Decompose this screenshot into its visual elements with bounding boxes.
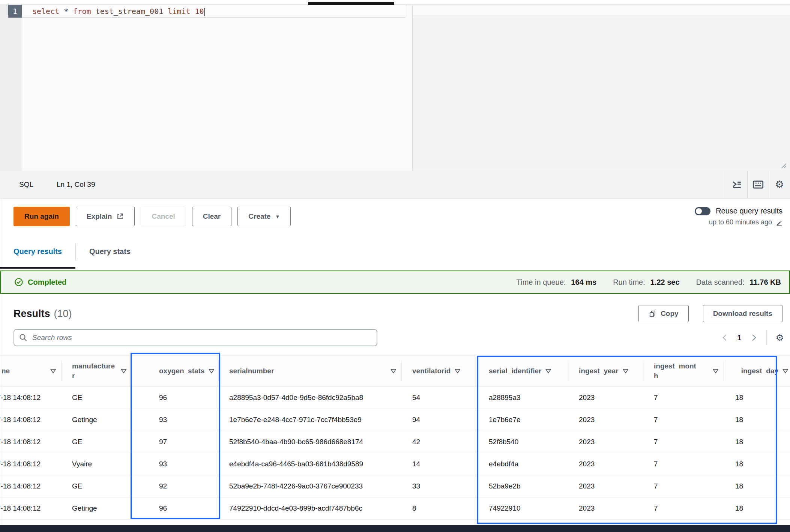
- table-row: 7-18 14:08:12GE9752f8b540-4baa-4b90-bc65…: [0, 431, 790, 453]
- cell-manufacturer: Getinge: [62, 504, 132, 512]
- next-page-icon[interactable]: [751, 334, 757, 342]
- tab-query-results[interactable]: Query results: [0, 234, 75, 269]
- column-header-ventilatorid[interactable]: ventilatorid: [402, 356, 478, 386]
- stat-label: Time in queue:: [517, 278, 566, 287]
- column-header-oxygen_stats[interactable]: oxygen_stats: [132, 356, 219, 386]
- filter-icon[interactable]: [712, 368, 719, 374]
- filter-icon[interactable]: [50, 368, 56, 374]
- column-header-serial_identifier[interactable]: serial_identifier: [478, 356, 568, 386]
- search-rows-input[interactable]: [14, 329, 377, 346]
- filter-icon[interactable]: [120, 368, 127, 374]
- cell-oxygen_stats: 93: [132, 460, 219, 468]
- editor-settings-button[interactable]: ⚙: [769, 171, 790, 198]
- filter-icon[interactable]: [782, 368, 788, 374]
- cell-serialnumber: 74922910-ddcd-4e03-899b-acdf7487bb6c: [219, 504, 402, 512]
- editor-status-bar: SQL Ln 1, Col 39: [0, 171, 790, 198]
- cell-time: 7-18 14:08:12: [0, 394, 62, 402]
- results-table: nemanufactureroxygen_statsserialnumberve…: [0, 355, 790, 520]
- cell-serial_identifier: 52f8b540: [478, 438, 568, 446]
- cell-ingest_year: 2023: [568, 504, 643, 512]
- column-header-manufacturer[interactable]: manufacturer: [62, 356, 132, 386]
- gear-icon: ⚙: [775, 180, 784, 190]
- left-edge-rule: [2, 198, 2, 525]
- explain-button[interactable]: Explain: [76, 207, 135, 226]
- cell-serialnumber: a28895a3-0d57-4d0e-9d5e-86fdc92a5ba8: [219, 394, 402, 402]
- column-label: serialnumber: [229, 367, 274, 375]
- cell-manufacturer: Vyaire: [62, 460, 132, 468]
- previous-page-icon[interactable]: [721, 334, 728, 342]
- sql-number: 10: [195, 7, 204, 16]
- reuse-query-results-toggle[interactable]: [695, 207, 710, 215]
- cancel-button[interactable]: Cancel: [141, 207, 186, 226]
- cell-ingest_day: 18: [724, 394, 790, 402]
- format-icon: [731, 180, 742, 189]
- column-label: ingest_month: [654, 361, 697, 380]
- current-page-number[interactable]: 1: [737, 334, 741, 342]
- filter-icon[interactable]: [454, 368, 461, 374]
- sql-editor[interactable]: 1 select * from test_stream_001 limit 10: [0, 5, 790, 171]
- cell-ventilatorid: 14: [402, 460, 478, 468]
- cell-time: 7-18 14:08:12: [0, 416, 62, 424]
- column-label: serial_identifier: [489, 367, 541, 375]
- editor-resize-handle[interactable]: [779, 162, 787, 168]
- text-cursor: [204, 8, 205, 16]
- filter-icon[interactable]: [545, 368, 551, 374]
- edit-pencil-icon[interactable]: [775, 219, 782, 226]
- column-header-serialnumber[interactable]: serialnumber: [219, 356, 402, 386]
- status-text: Completed: [28, 278, 66, 287]
- cell-ingest_month: 7: [643, 416, 724, 424]
- cell-serial_identifier: 1e7b6e7e: [478, 416, 568, 424]
- cell-serialnumber: 52ba9e2b-748f-4226-9ac0-3767ce900233: [219, 482, 402, 490]
- status-bar-actions: ⚙: [726, 171, 790, 198]
- column-header-ingest_month[interactable]: ingest_month: [643, 356, 724, 386]
- column-label: ingest_year: [579, 367, 619, 375]
- cell-oxygen_stats: 96: [132, 394, 219, 402]
- download-results-button[interactable]: Download results: [703, 305, 782, 322]
- column-label: ne: [2, 367, 10, 375]
- tab-query-stats[interactable]: Query stats: [76, 234, 144, 269]
- chevron-down-icon: ▼: [275, 214, 280, 219]
- table-row: 7-18 14:08:12GE96a28895a3-0d57-4d0e-9d5e…: [0, 387, 790, 409]
- create-button[interactable]: Create ▼: [237, 207, 291, 226]
- cell-ventilatorid: 42: [402, 438, 478, 446]
- column-header-ingest_day[interactable]: ingest_day: [724, 356, 790, 386]
- query-status-banner: Completed Time in queue: 164 ms Run time…: [0, 271, 790, 294]
- keyboard-icon: [752, 180, 764, 189]
- toggle-knob: [696, 208, 702, 214]
- keyboard-shortcuts-button[interactable]: [748, 171, 769, 198]
- stat-value: 1.22 sec: [650, 278, 680, 287]
- pagination: 1 ⚙: [721, 330, 784, 346]
- table-row: 7-18 14:08:12Getinge931e7b6e7e-e248-4cc7…: [0, 409, 790, 431]
- run-again-label: Run again: [24, 212, 59, 221]
- filter-icon[interactable]: [390, 368, 397, 374]
- cell-oxygen_stats: 96: [132, 504, 219, 512]
- column-label: oxygen_stats: [159, 367, 204, 375]
- cell-manufacturer: GE: [62, 438, 132, 446]
- format-query-button[interactable]: [726, 171, 747, 198]
- column-header-ingest_year[interactable]: ingest_year: [568, 356, 643, 386]
- filter-icon[interactable]: [208, 368, 215, 374]
- cell-ingest_month: 7: [643, 394, 724, 402]
- cell-ingest_year: 2023: [568, 482, 643, 490]
- sql-keyword: limit: [168, 7, 195, 16]
- cell-manufacturer: GE: [62, 482, 132, 490]
- cell-ingest_month: 7: [643, 438, 724, 446]
- cell-oxygen_stats: 93: [132, 416, 219, 424]
- column-header-time[interactable]: ne: [0, 356, 62, 386]
- clear-button[interactable]: Clear: [192, 207, 232, 226]
- cell-ingest_day: 18: [724, 482, 790, 490]
- tab-label: Query results: [14, 247, 62, 256]
- column-label: ingest_day: [741, 367, 778, 375]
- filter-icon[interactable]: [622, 368, 629, 374]
- tab-label: Query stats: [89, 247, 131, 256]
- table-preferences-gear-icon[interactable]: ⚙: [776, 333, 784, 343]
- cell-ingest_day: 18: [724, 504, 790, 512]
- run-again-button[interactable]: Run again: [14, 207, 70, 226]
- sql-code-line[interactable]: select * from test_stream_001 limit 10: [32, 5, 205, 18]
- reuse-toggle-label: Reuse query results: [716, 207, 782, 215]
- search-icon: [19, 333, 28, 342]
- copy-button[interactable]: Copy: [638, 305, 689, 322]
- cell-time: 7-18 14:08:12: [0, 438, 62, 446]
- cell-ingest_month: 7: [643, 504, 724, 512]
- sql-keyword: from: [73, 7, 95, 16]
